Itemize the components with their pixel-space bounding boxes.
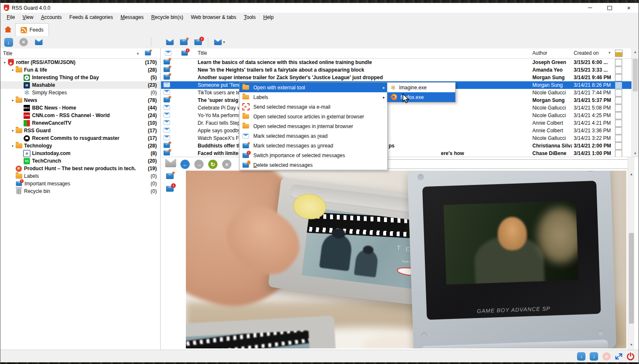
submenu-item[interactable]: firefox.exe bbox=[387, 92, 455, 102]
feed-tree-item[interactable]: Recent Commits to rssguard:master (17) bbox=[0, 134, 160, 142]
feed-tree-item[interactable]: Important messages (0) bbox=[0, 180, 160, 187]
mark-message-read-button[interactable] bbox=[164, 37, 175, 47]
home-tab-button[interactable] bbox=[3, 24, 13, 34]
message-label-checkbox[interactable] bbox=[615, 67, 622, 74]
message-row[interactable]: Another super intense trailer for Zack S… bbox=[161, 74, 632, 81]
feed-list-header[interactable]: Title ▲ bbox=[0, 48, 160, 59]
feed-tree-item[interactable]: ▾ Technology (28) bbox=[0, 142, 160, 150]
envelope-star-icon[interactable] bbox=[166, 173, 174, 179]
menubar-item[interactable]: Recycle bin(s) bbox=[148, 13, 187, 21]
message-row[interactable]: Buddhists offer th ps Christianna Silva … bbox=[161, 142, 632, 150]
tab-feeds[interactable]: Feeds bbox=[15, 23, 49, 36]
feed-tree-item[interactable]: ▾ rotter (RSS/ATOM/JSON) (170) bbox=[0, 59, 160, 66]
feed-tree-item[interactable]: RenewCancelTV (10) bbox=[0, 119, 160, 127]
message-label-checkbox[interactable] bbox=[615, 150, 622, 157]
refresh-button[interactable]: ↻ bbox=[208, 160, 217, 169]
statusbar-download-button[interactable]: ↓ bbox=[589, 352, 599, 361]
mark-message-important-button[interactable] bbox=[178, 37, 189, 47]
menubar-item[interactable]: Accounts bbox=[37, 13, 65, 21]
scrollbar-thumb[interactable] bbox=[629, 233, 634, 324]
message-row[interactable]: Watch SpaceX's Falc Nicole Gallucci 3/14… bbox=[161, 134, 632, 142]
statusbar-update-button[interactable]: ↓ bbox=[577, 352, 586, 361]
minimize-button[interactable] bbox=[580, 3, 600, 13]
message-row[interactable]: Faced with limite ere's how Chase DiBene… bbox=[161, 150, 632, 157]
preview-scrollbar[interactable]: ▲ ▼ bbox=[628, 157, 634, 350]
menubar-item[interactable]: Messages bbox=[117, 13, 148, 21]
message-row[interactable]: Celebrate Pi Day wit Nicole Gallucci 3/1… bbox=[161, 104, 632, 112]
switch-importance-button[interactable] bbox=[193, 37, 204, 47]
envelope-warning-icon[interactable] bbox=[166, 186, 174, 192]
context-menu-item[interactable]: Mark selected messages as read bbox=[239, 131, 387, 141]
message-label-checkbox[interactable] bbox=[615, 89, 622, 96]
feed-tree-item[interactable]: ▾ Fun & life (28) bbox=[0, 66, 160, 74]
scroll-up-icon[interactable]: ▲ bbox=[628, 171, 635, 177]
titlebar[interactable]: RSS Guard 4.0.0 × bbox=[0, 3, 639, 13]
context-menu-item[interactable]: Open selected source articles in externa… bbox=[239, 112, 387, 121]
message-row[interactable]: New 'In the Heights' trailers tell a fai… bbox=[161, 66, 632, 74]
menubar-item[interactable]: Help bbox=[260, 13, 278, 21]
stop-button[interactable]: × bbox=[222, 160, 231, 169]
context-menu-item[interactable]: Switch importance of selected messages bbox=[239, 150, 387, 160]
message-label-checkbox[interactable] bbox=[615, 135, 622, 142]
message-label-checkbox[interactable] bbox=[615, 120, 622, 127]
message-label-checkbox[interactable] bbox=[615, 82, 622, 89]
feed-tree-item[interactable]: TC TechCrunch (20) bbox=[0, 157, 160, 165]
message-row[interactable]: Learn the basics of data science with th… bbox=[161, 59, 632, 66]
scroll-up-icon[interactable]: ▲ bbox=[632, 48, 639, 55]
feed-tree-item[interactable]: M Mashable (23) bbox=[0, 81, 160, 89]
message-label-checkbox[interactable] bbox=[615, 127, 622, 134]
feed-tree-item[interactable]: P Product Hunt – The best new products i… bbox=[0, 165, 160, 172]
message-label-checkbox[interactable] bbox=[615, 74, 622, 81]
feed-tree-item[interactable]: Labels (0) bbox=[0, 172, 160, 180]
maximize-button[interactable] bbox=[600, 3, 619, 13]
feed-tree-item[interactable]: ▾ News (78) bbox=[0, 96, 160, 104]
stop-update-button[interactable]: × bbox=[18, 37, 29, 47]
message-row[interactable]: Yo-Yo Ma performs s Nicole Gallucci 3/14… bbox=[161, 112, 632, 119]
submenu-item[interactable]: ✻ Imagine.exe bbox=[387, 83, 455, 92]
scroll-down-icon[interactable]: ▼ bbox=[632, 150, 639, 157]
message-list-scrollbar[interactable]: ▲ ▼ bbox=[631, 48, 639, 157]
feed-tree-item[interactable]: BBC BBC News - Home (44) bbox=[0, 104, 160, 112]
column-created-on[interactable]: Created on bbox=[574, 50, 599, 56]
context-menu-item[interactable]: Open with external tool ▸ bbox=[239, 83, 387, 92]
message-row[interactable]: Apple says goodbye Annie Colbert 3/14/21… bbox=[161, 127, 632, 134]
menubar-item[interactable]: Web browser & tabs bbox=[187, 13, 240, 21]
menubar-item[interactable]: Feeds & categories bbox=[66, 13, 117, 21]
expander-icon[interactable]: ▾ bbox=[10, 99, 15, 102]
scrollbar-thumb[interactable] bbox=[633, 59, 638, 91]
scroll-down-icon[interactable]: ▼ bbox=[628, 341, 635, 348]
feed-tree-item[interactable]: Interesting Thing of the Day (5) bbox=[0, 74, 160, 81]
message-label-checkbox[interactable] bbox=[615, 59, 622, 66]
context-menu-item[interactable]: Delete selected messages bbox=[239, 160, 387, 170]
expander-icon[interactable]: ▾ bbox=[2, 61, 7, 64]
menubar-item[interactable]: File bbox=[3, 13, 19, 21]
context-menu-item[interactable]: K Send selected message via e-mail bbox=[239, 102, 387, 112]
update-feeds-button[interactable]: ↓ bbox=[3, 37, 14, 47]
fullscreen-button[interactable] bbox=[614, 352, 623, 361]
mark-read-gray-icon[interactable] bbox=[165, 159, 176, 167]
feed-tree-item[interactable]: ▾ RSS Guard (17) bbox=[0, 127, 160, 134]
back-button[interactable]: ← bbox=[180, 160, 190, 169]
feed-tree-item[interactable]: Recycle bin (0) bbox=[0, 187, 160, 195]
message-label-checkbox[interactable] bbox=[615, 97, 622, 104]
message-label-checkbox[interactable] bbox=[615, 112, 622, 119]
message-list-header[interactable]: Title Author Created on ▼ bbox=[161, 48, 632, 59]
mark-read-toolbar-button[interactable] bbox=[33, 37, 44, 47]
column-author[interactable]: Author bbox=[532, 50, 547, 56]
context-menu-item[interactable]: Labels ▸ bbox=[239, 92, 387, 102]
message-label-checkbox[interactable] bbox=[615, 104, 622, 112]
context-menu-item[interactable]: Mark selected messages as unread bbox=[239, 141, 387, 150]
message-row[interactable]: Dr. Fauci tells Steph Annie Colbert 3/14… bbox=[161, 119, 632, 127]
message-actions-dropdown[interactable]: ▾ bbox=[211, 37, 228, 47]
column-title[interactable]: Title bbox=[198, 50, 207, 56]
quit-button[interactable] bbox=[626, 352, 635, 361]
feed-tree-item[interactable]: lt Linuxtoday.com (8) bbox=[0, 150, 160, 157]
menubar-item[interactable]: View bbox=[19, 13, 37, 21]
expander-icon[interactable]: ▾ bbox=[10, 129, 15, 133]
close-button[interactable]: × bbox=[619, 3, 639, 13]
context-menu-item[interactable]: Open selected messages in internal brows… bbox=[239, 121, 387, 131]
expander-icon[interactable]: ▾ bbox=[10, 68, 15, 72]
expander-icon[interactable]: ▾ bbox=[10, 144, 15, 148]
feed-tree-item[interactable]: CNN CNN.com - RSS Channel - World (24) bbox=[0, 112, 160, 119]
menubar-item[interactable]: Tools bbox=[240, 13, 260, 21]
